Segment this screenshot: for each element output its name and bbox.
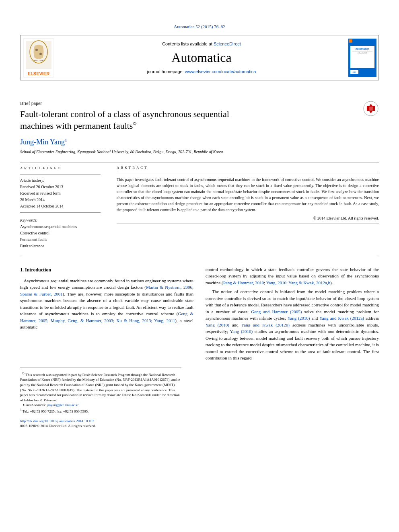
abstract-block: A B S T R A C T This paper investigates …: [117, 166, 379, 250]
svg-text:automatica: automatica: [356, 47, 369, 50]
footnote-divider: [20, 368, 181, 368]
keyword: Permanent faults: [20, 237, 101, 242]
homepage-line: journal homepage: www.elsevier.com/locat…: [61, 69, 342, 74]
paper-title-block: Brief paper Fault-tolerant control of a …: [20, 101, 363, 131]
keyword: Corrective control: [20, 230, 101, 236]
crossmark-icon[interactable]: [363, 101, 379, 117]
footnote-funding: ✩ This research was supported in part by…: [20, 371, 181, 403]
footnotes-block: ✩ This research was supported in part by…: [20, 371, 181, 414]
section-heading: 1. Introduction: [20, 266, 193, 273]
paragraph: The notion of corrective control is init…: [206, 288, 379, 362]
affiliation: School of Electronics Engineering, Kyung…: [20, 150, 379, 154]
keyword: Asynchronous sequential machines: [20, 224, 101, 230]
title-line1: Fault-tolerant control of a class of asy…: [20, 109, 229, 119]
abstract-heading: A B S T R A C T: [117, 166, 379, 170]
ref-link[interactable]: Peng & Hammer, 2010: [223, 280, 264, 285]
left-column: 1. Introduction Asynchronous sequential …: [20, 266, 193, 362]
svg-point-3: [35, 49, 38, 51]
revised-date: 26 March 2014: [20, 197, 101, 203]
authors: Jung-Min Yang1: [20, 138, 379, 146]
svg-text:ELSEVIER: ELSEVIER: [28, 71, 49, 76]
ref-link[interactable]: Yang (2010): [230, 329, 253, 334]
ref-link[interactable]: Yang, 2010: [266, 280, 286, 285]
article-info-heading: A R T I C L E I N F O: [20, 166, 101, 171]
received-date: Received 20 October 2013: [20, 184, 101, 190]
title-line2: machines with permanent faults: [20, 121, 133, 131]
svg-rect-8: [349, 39, 352, 43]
divider: [20, 162, 379, 162]
author-affil-sup[interactable]: 1: [65, 138, 67, 142]
homepage-link[interactable]: www.elsevier.com/locate/automatica: [185, 69, 256, 74]
homepage-prefix: journal homepage:: [147, 69, 185, 74]
ref-link[interactable]: Martin & Nyström, 2006: [146, 285, 192, 290]
email-link[interactable]: jmyang@ee.knu.ac.kr: [47, 403, 78, 407]
elsevier-logo: ELSEVIER: [21, 35, 57, 80]
citation-link[interactable]: Automatica 52 (2015) 76–82: [174, 24, 225, 29]
article-info-block: A R T I C L E I N F O Article history: R…: [20, 166, 101, 250]
doi-link[interactable]: http://dx.doi.org/10.1016/j.automatica.2…: [20, 419, 94, 423]
ref-link[interactable]: Xu & Hong, 2013: [116, 318, 151, 323]
header-center: Contents lists available at ScienceDirec…: [57, 35, 346, 80]
title-footnote-mark: ✩: [132, 120, 138, 127]
ref-link[interactable]: Geng and Hammer (2005): [251, 309, 302, 314]
svg-point-4: [39, 53, 42, 55]
ref-link[interactable]: Yang (2010): [206, 322, 229, 327]
keyword: Fault tolerance: [20, 243, 101, 249]
paper-type-label: Brief paper: [20, 101, 363, 107]
contents-prefix: Contents lists available at: [162, 41, 214, 46]
citation-header: Automatica 52 (2015) 76–82: [20, 24, 379, 29]
ref-link[interactable]: Murphy, Geng, & Hammer, 2003: [51, 318, 113, 323]
abstract-text: This paper investigates fault-tolerant c…: [117, 177, 379, 213]
svg-text:A Journal of IFAC: A Journal of IFAC: [358, 52, 367, 54]
ref-link[interactable]: Yang, 2011: [154, 318, 175, 323]
ref-link[interactable]: Yang and Kwak (2012a): [319, 316, 364, 320]
contents-available-line: Contents lists available at ScienceDirec…: [61, 41, 342, 46]
footnote-email: E-mail address: jmyang@ee.knu.ac.kr.: [20, 403, 181, 408]
sciencedirect-link[interactable]: ScienceDirect: [214, 41, 241, 46]
footnote-tel: 1 Tel.: +82 53 950 7235; fax: +82 53 950…: [20, 408, 181, 414]
history-label: Article history:: [20, 178, 101, 183]
keywords-label: Keywords:: [20, 218, 101, 223]
svg-text:IFAC: IFAC: [353, 71, 356, 73]
accepted-date: Accepted 14 October 2014: [20, 203, 101, 209]
paragraph: control methodology in which a state fee…: [206, 266, 379, 286]
ref-link[interactable]: Yang (2010): [287, 316, 310, 320]
revised-label: Received in revised form: [20, 191, 101, 196]
ref-link[interactable]: Yang & Kwak, 2012a: [288, 280, 327, 285]
journal-cover-thumbnail: automatica A Journal of IFAC IFAC: [346, 35, 378, 80]
ref-link[interactable]: Sparsø & Furber, 2001: [20, 292, 63, 296]
author-link[interactable]: Jung-Min Yang: [20, 138, 65, 146]
journal-header-box: ELSEVIER Contents lists available at Sci…: [20, 35, 379, 80]
doi-line: http://dx.doi.org/10.1016/j.automatica.2…: [20, 419, 379, 423]
abstract-copyright: © 2014 Elsevier Ltd. All rights reserved…: [117, 216, 379, 220]
paper-title: Fault-tolerant control of a class of asy…: [20, 109, 363, 131]
journal-title: Automatica: [61, 50, 342, 65]
paragraph: Asynchronous sequential machines are com…: [20, 277, 193, 331]
ref-link[interactable]: Yang and Kwak (2012b): [241, 322, 290, 327]
bottom-copyright: 0005-1098/© 2014 Elsevier Ltd. All right…: [20, 424, 379, 428]
right-column: control methodology in which a state fee…: [206, 266, 379, 362]
